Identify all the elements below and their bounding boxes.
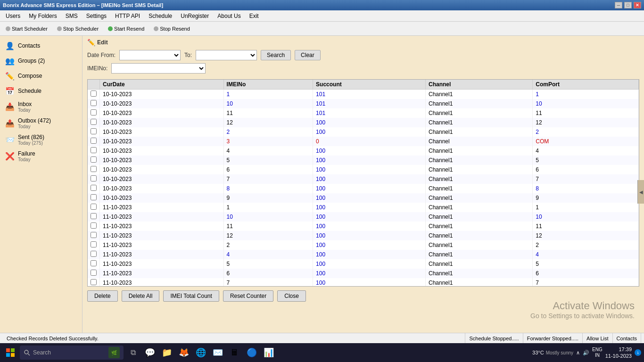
status-allow-list[interactable]: Allow List bbox=[583, 333, 612, 343]
row-checkbox[interactable] bbox=[88, 278, 100, 287]
taskbar: 🌿 ⧉ 💬 📁 🦊 🌐 ✉️ 🖩 🔵 📊 33°C Mostly sunny ∧… bbox=[0, 343, 644, 362]
row-checkbox[interactable] bbox=[88, 127, 100, 137]
menu-unregister[interactable]: UnRegister bbox=[177, 12, 213, 20]
taskbar-chrome-icon[interactable]: 🌐 bbox=[193, 345, 208, 360]
row-checkbox[interactable] bbox=[88, 212, 100, 222]
row-succount: 100 bbox=[313, 184, 426, 193]
clear-button[interactable]: Clear bbox=[295, 50, 321, 60]
row-channel: Channel1 bbox=[425, 259, 532, 269]
row-checkbox[interactable] bbox=[88, 90, 100, 99]
row-date: 11-10-2023 bbox=[100, 203, 224, 212]
sidebar-item-schedule[interactable]: 📅 Schedule bbox=[2, 84, 80, 98]
imeino-select[interactable] bbox=[111, 63, 206, 74]
row-succount: 100 bbox=[313, 259, 426, 269]
row-checkbox[interactable] bbox=[88, 174, 100, 184]
start-button[interactable] bbox=[3, 345, 18, 360]
titlebar-controls: ─ □ ✕ bbox=[615, 2, 641, 8]
svg-line-5 bbox=[28, 354, 30, 356]
start-scheduler-button[interactable]: Start Scheduler bbox=[3, 25, 50, 33]
row-checkbox[interactable] bbox=[88, 184, 100, 193]
row-checkbox[interactable] bbox=[88, 137, 100, 146]
menu-aboutus[interactable]: About Us bbox=[214, 12, 244, 20]
imei-total-count-button[interactable]: IMEI Total Count bbox=[163, 290, 219, 302]
row-comport: 11 bbox=[533, 222, 639, 231]
menu-myfolders[interactable]: My Folders bbox=[25, 12, 60, 20]
col-channel: Channel bbox=[425, 80, 532, 90]
status-contacts[interactable]: Contacts bbox=[613, 333, 641, 343]
row-checkbox[interactable] bbox=[88, 156, 100, 165]
menu-users[interactable]: Users bbox=[2, 12, 24, 20]
maximize-button[interactable]: □ bbox=[624, 2, 632, 8]
taskbar-right: 33°C Mostly sunny ∧ 🔊 ENGIN 17:39 11-10-… bbox=[532, 346, 641, 360]
taskbar-fileexplorer-icon[interactable]: 📁 bbox=[159, 345, 174, 360]
row-checkbox[interactable] bbox=[88, 108, 100, 118]
groups-icon: 👥 bbox=[5, 56, 15, 66]
row-checkbox[interactable] bbox=[88, 203, 100, 212]
status-forwarder: Forwarder Stopped..... bbox=[523, 333, 583, 343]
close-button[interactable]: ✕ bbox=[634, 2, 641, 8]
sidebar-item-outbox[interactable]: 📤 Outbox (472) Today bbox=[2, 115, 80, 131]
collapse-arrow[interactable]: ◀ bbox=[637, 180, 644, 204]
sidebar-item-groups[interactable]: 👥 Groups (2) bbox=[2, 54, 80, 68]
row-checkbox[interactable] bbox=[88, 99, 100, 108]
row-succount: 101 bbox=[313, 90, 426, 99]
row-channel: Channel1 bbox=[425, 222, 532, 231]
menu-httpapi[interactable]: HTTP API bbox=[111, 12, 144, 20]
reset-counter-button[interactable]: Reset Counter bbox=[223, 290, 273, 302]
minimize-button[interactable]: ─ bbox=[615, 2, 622, 8]
search-input[interactable] bbox=[33, 349, 106, 356]
row-checkbox[interactable] bbox=[88, 165, 100, 174]
row-date: 11-10-2023 bbox=[100, 222, 224, 231]
row-checkbox[interactable] bbox=[88, 146, 100, 156]
inbox-sub: Today bbox=[18, 107, 32, 113]
search-button[interactable]: Search bbox=[261, 50, 291, 60]
row-checkbox[interactable] bbox=[88, 269, 100, 278]
tray-arrow[interactable]: ∧ bbox=[576, 350, 580, 356]
taskbar-firefox-icon[interactable]: 🦊 bbox=[176, 345, 191, 360]
date-from-label: Date From: bbox=[87, 52, 116, 58]
taskbar-app-icon[interactable]: 📊 bbox=[261, 345, 276, 360]
taskbar-teams-icon[interactable]: 💬 bbox=[142, 345, 157, 360]
menu-sms[interactable]: SMS bbox=[62, 12, 82, 20]
menu-exit[interactable]: Exit bbox=[246, 12, 263, 20]
main-layout: 👤 Contacts 👥 Groups (2) ✏️ Compose 📅 Sch… bbox=[0, 36, 644, 348]
content-area: ✏️ Edit Date From: To: Search Clear IMEI… bbox=[83, 36, 644, 348]
row-comport: 1 bbox=[533, 203, 639, 212]
row-imeino: 12 bbox=[223, 118, 313, 127]
delete-all-button[interactable]: Delete All bbox=[122, 290, 160, 302]
row-checkbox[interactable] bbox=[88, 240, 100, 250]
taskview-button[interactable]: ⧉ bbox=[125, 345, 140, 360]
table-row: 11-10-2023 5 100 Channel1 5 bbox=[88, 259, 639, 269]
start-resend-button[interactable]: Start Resend bbox=[105, 25, 147, 33]
data-table: CurDate IMEINo Succount Channel ComPort … bbox=[88, 80, 639, 287]
delete-button[interactable]: Delete bbox=[87, 290, 118, 302]
taskbar-calc-icon[interactable]: 🖩 bbox=[227, 345, 242, 360]
row-checkbox[interactable] bbox=[88, 259, 100, 269]
date-to-select[interactable] bbox=[196, 50, 257, 60]
edit-panel: ✏️ Edit Date From: To: Search Clear IMEI… bbox=[83, 36, 644, 79]
taskbar-chrome2-icon[interactable]: 🔵 bbox=[244, 345, 259, 360]
row-checkbox[interactable] bbox=[88, 118, 100, 127]
stop-scheduler-button[interactable]: Stop Scheduler bbox=[54, 25, 101, 33]
row-checkbox[interactable] bbox=[88, 250, 100, 259]
close-dialog-button[interactable]: Close bbox=[277, 290, 306, 302]
sidebar-item-sent[interactable]: 📨 Sent (826) Today (275) bbox=[2, 132, 80, 148]
row-checkbox[interactable] bbox=[88, 193, 100, 203]
menu-schedule[interactable]: Schedule bbox=[145, 12, 176, 20]
row-channel: Channel1 bbox=[425, 174, 532, 184]
row-checkbox[interactable] bbox=[88, 231, 100, 240]
date-from-select[interactable] bbox=[119, 50, 181, 60]
sidebar-item-compose[interactable]: ✏️ Compose bbox=[2, 69, 80, 83]
sidebar-item-failure[interactable]: ❌ Failure Today bbox=[2, 148, 80, 164]
search-box[interactable]: 🌿 bbox=[20, 346, 124, 360]
row-comport: 5 bbox=[533, 259, 639, 269]
sidebar-item-inbox[interactable]: 📥 Inbox Today bbox=[2, 99, 80, 115]
table-row: 10-10-2023 3 0 Channel COM bbox=[88, 137, 639, 146]
sidebar-item-contacts[interactable]: 👤 Contacts bbox=[2, 39, 80, 53]
stop-resend-button[interactable]: Stop Resend bbox=[151, 25, 193, 33]
row-checkbox[interactable] bbox=[88, 222, 100, 231]
menu-settings[interactable]: Settings bbox=[83, 12, 110, 20]
notification-badge[interactable]: 1 bbox=[635, 349, 641, 356]
taskbar-mail-icon[interactable]: ✉️ bbox=[210, 345, 225, 360]
outbox-label: Outbox (472) bbox=[18, 117, 51, 124]
